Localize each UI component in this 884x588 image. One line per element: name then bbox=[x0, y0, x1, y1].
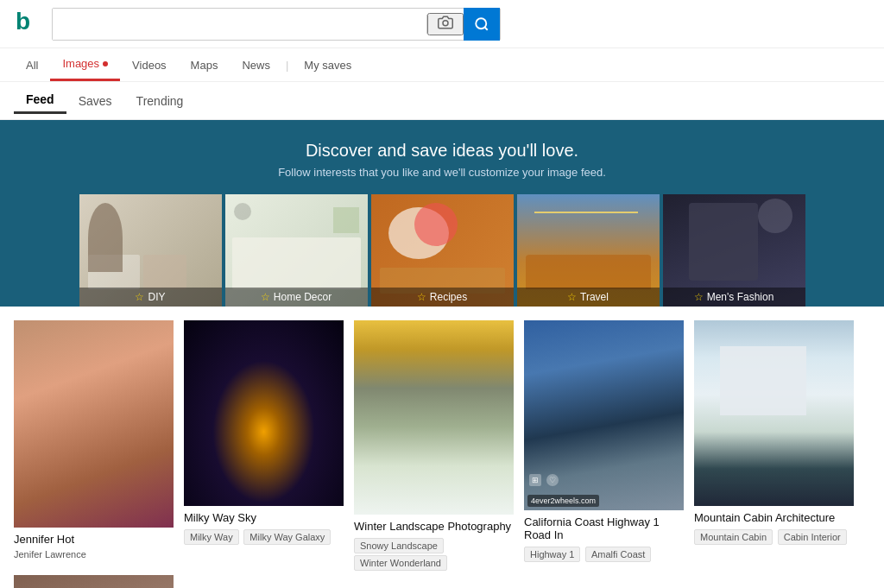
header: b bbox=[0, 0, 884, 48]
feed-tag-winter-wonderland[interactable]: Winter Wonderland bbox=[354, 555, 447, 571]
feed-title-jennifer: Jennifer Hot bbox=[14, 533, 174, 546]
banner-card-home-decor-label: ☆Home Decor bbox=[225, 288, 368, 307]
feed-image-milkyway bbox=[184, 320, 344, 506]
subnav-item-feed[interactable]: Feed bbox=[14, 87, 66, 114]
feed-title-coast: California Coast Highway 1 Road In bbox=[524, 515, 684, 541]
feed-image-jennifer-2 bbox=[14, 575, 174, 588]
feed-info-coast: California Coast Highway 1 Road In Highw… bbox=[524, 510, 684, 567]
feed-img-wrap bbox=[694, 320, 854, 506]
feed-img-wrap bbox=[354, 320, 514, 515]
feed-title-milkyway: Milky Way Sky bbox=[184, 511, 344, 524]
coast-heart-icon: ♡ bbox=[546, 474, 559, 486]
subnav-item-saves[interactable]: Saves bbox=[66, 89, 124, 113]
banner-card-home-decor[interactable]: ☆Home Decor bbox=[225, 194, 368, 307]
feed-col-5: Mountain Cabin Architecture Mountain Cab… bbox=[694, 320, 854, 550]
feed-tag-snowy[interactable]: Snowy Landscape bbox=[354, 538, 444, 553]
feed-image-coast: 4ever2wheels.com ⊞ ♡ bbox=[524, 320, 684, 510]
feed-item-cabin[interactable]: Mountain Cabin Architecture Mountain Cab… bbox=[694, 320, 854, 550]
search-bar bbox=[52, 8, 501, 41]
feed-col-2: Milky Way Sky Milky Way Milky Way Galaxy bbox=[184, 320, 344, 550]
feed-img-wrap: 4ever2wheels.com ⊞ ♡ bbox=[524, 320, 684, 510]
coast-source-overlay: 4ever2wheels.com bbox=[527, 495, 599, 507]
feed-info-milkyway: Milky Way Sky Milky Way Milky Way Galaxy bbox=[184, 506, 344, 550]
star-icon: ☆ bbox=[694, 291, 704, 303]
feed-image-cabin bbox=[694, 320, 854, 506]
star-icon: ☆ bbox=[135, 291, 144, 303]
camera-button[interactable] bbox=[427, 13, 464, 35]
feed-tag-mountain-cabin[interactable]: Mountain Cabin bbox=[694, 529, 773, 545]
banner-card-mens-fashion-label: ☆Men's Fashion bbox=[663, 288, 805, 307]
banner-cards: ☆DIY ☆Home Decor ☆Recipes bbox=[14, 194, 870, 307]
banner-card-mens-fashion[interactable]: ☆Men's Fashion bbox=[663, 194, 805, 307]
nav-item-mysaves[interactable]: My saves bbox=[292, 50, 363, 80]
feed-col-3: Winter Landscape Photography Snowy Lands… bbox=[354, 320, 514, 576]
feed-title-cabin: Mountain Cabin Architecture bbox=[694, 511, 854, 524]
nav-item-images[interactable]: Images bbox=[50, 48, 120, 81]
feed-tag-amalfi[interactable]: Amalfi Coast bbox=[585, 547, 651, 562]
feed-tag-milkyway-galaxy[interactable]: Milky Way Galaxy bbox=[243, 529, 331, 545]
banner-card-travel-label: ☆Travel bbox=[517, 288, 660, 307]
subnav: Feed Saves Trending bbox=[0, 82, 884, 120]
nav-separator: | bbox=[282, 59, 292, 72]
feed-item-coast[interactable]: 4ever2wheels.com ⊞ ♡ California Coast Hi… bbox=[524, 320, 684, 567]
feed-subtitle-jennifer: Jenifer Lawrence bbox=[14, 549, 174, 560]
nav-item-news[interactable]: News bbox=[230, 50, 282, 80]
feed-tag-milkyway[interactable]: Milky Way bbox=[184, 529, 239, 545]
feed-title-winter: Winter Landscape Photography bbox=[354, 520, 514, 533]
feed-info: Jennifer Hot Jenifer Lawrence bbox=[14, 528, 174, 565]
star-icon: ☆ bbox=[567, 291, 577, 303]
svg-point-1 bbox=[443, 20, 448, 25]
discovery-banner: Discover and save ideas you'll love. Fol… bbox=[0, 120, 884, 307]
feed-img-wrap bbox=[184, 320, 344, 506]
star-icon: ☆ bbox=[261, 291, 270, 303]
nav-item-all[interactable]: All bbox=[14, 50, 50, 80]
feed-img-wrap bbox=[14, 320, 174, 528]
images-dot bbox=[103, 61, 108, 66]
feed-tags-coast: Highway 1 Amalfi Coast bbox=[524, 545, 684, 562]
search-button[interactable] bbox=[464, 8, 500, 41]
banner-card-travel[interactable]: ☆Travel bbox=[517, 194, 660, 307]
bing-logo: b bbox=[14, 7, 41, 41]
banner-subtitle: Follow interests that you like and we'll… bbox=[14, 166, 870, 179]
feed-tag-cabin-interior[interactable]: Cabin Interior bbox=[778, 529, 847, 545]
subnav-item-trending[interactable]: Trending bbox=[124, 89, 196, 113]
svg-text:b: b bbox=[16, 8, 30, 35]
banner-card-diy[interactable]: ☆DIY bbox=[79, 194, 222, 307]
star-icon: ☆ bbox=[417, 291, 426, 303]
banner-card-diy-label: ☆DIY bbox=[79, 288, 222, 307]
feed-tags-cabin: Mountain Cabin Cabin Interior bbox=[694, 528, 854, 545]
feed-item-milkyway[interactable]: Milky Way Sky Milky Way Milky Way Galaxy bbox=[184, 320, 344, 550]
main-nav: All Images Videos Maps News | My saves bbox=[0, 48, 884, 82]
feed-info-winter: Winter Landscape Photography Snowy Lands… bbox=[354, 515, 514, 576]
feed-tags-winter: Snowy Landscape Winter Wonderland bbox=[354, 536, 514, 571]
coast-expand-icon: ⊞ bbox=[529, 474, 541, 486]
svg-line-3 bbox=[484, 27, 487, 29]
feed-col-1: Jennifer Hot Jenifer Lawrence bbox=[14, 320, 174, 588]
nav-item-videos[interactable]: Videos bbox=[120, 50, 179, 80]
feed-item-winter[interactable]: Winter Landscape Photography Snowy Lands… bbox=[354, 320, 514, 576]
nav-item-maps[interactable]: Maps bbox=[179, 50, 230, 80]
feed-tags-milkyway: Milky Way Milky Way Galaxy bbox=[184, 528, 344, 545]
feed-image-jennifer bbox=[14, 320, 174, 528]
feed-info-cabin: Mountain Cabin Architecture Mountain Cab… bbox=[694, 506, 854, 550]
banner-card-recipes[interactable]: ☆Recipes bbox=[371, 194, 514, 307]
feed-image-winter bbox=[354, 320, 514, 515]
feed-item-jennifer[interactable]: Jennifer Hot Jenifer Lawrence bbox=[14, 320, 174, 565]
feed-col-4: 4ever2wheels.com ⊞ ♡ California Coast Hi… bbox=[524, 320, 684, 567]
feed-tag-highway1[interactable]: Highway 1 bbox=[524, 547, 580, 562]
search-input[interactable] bbox=[53, 9, 426, 40]
banner-card-recipes-label: ☆Recipes bbox=[371, 288, 514, 307]
svg-point-2 bbox=[476, 18, 486, 28]
feed-item-jennifer-2[interactable] bbox=[14, 575, 174, 588]
banner-title: Discover and save ideas you'll love. bbox=[14, 141, 870, 161]
image-feed: Jennifer Hot Jenifer Lawrence Milky Way … bbox=[0, 307, 884, 588]
